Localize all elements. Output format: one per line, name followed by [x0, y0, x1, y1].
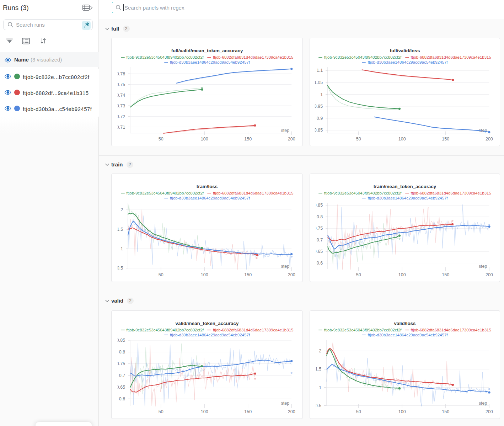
svg-text:step: step [479, 401, 487, 406]
svg-text:100: 100 [201, 409, 208, 414]
svg-text:1.1: 1.1 [317, 68, 323, 73]
svg-text:1: 1 [319, 385, 321, 390]
svg-text:100: 100 [398, 272, 406, 277]
svg-text:0.75: 0.75 [117, 361, 125, 366]
svg-text:200: 200 [288, 409, 295, 414]
svg-text:100: 100 [398, 137, 406, 142]
svg-text:2: 2 [120, 207, 123, 212]
svg-text:0.5: 0.5 [315, 403, 321, 408]
svg-text:0.9: 0.9 [317, 116, 323, 121]
svg-text:0.5: 0.5 [117, 266, 123, 271]
svg-text:step: step [281, 264, 290, 269]
svg-text:150: 150 [244, 137, 252, 142]
svg-text:150: 150 [244, 409, 252, 414]
svg-text:0.85: 0.85 [314, 128, 323, 133]
svg-text:50: 50 [159, 272, 163, 277]
svg-text:50: 50 [159, 409, 163, 414]
svg-text:0.8: 0.8 [317, 214, 323, 219]
svg-text:50: 50 [356, 137, 361, 142]
svg-text:0.72: 0.72 [117, 114, 125, 119]
svg-text:0.65: 0.65 [117, 385, 125, 390]
svg-text:0.71: 0.71 [117, 125, 125, 130]
svg-text:1.05: 1.05 [314, 80, 323, 85]
svg-text:step: step [281, 401, 290, 406]
svg-text:200: 200 [288, 137, 295, 142]
svg-text:1.5: 1.5 [117, 227, 123, 232]
svg-text:0.75: 0.75 [314, 226, 323, 231]
svg-text:200: 200 [486, 272, 493, 277]
svg-text:0.74: 0.74 [117, 93, 125, 98]
svg-text:200: 200 [486, 409, 493, 414]
svg-text:150: 150 [442, 272, 449, 277]
svg-text:1.5: 1.5 [315, 367, 321, 372]
svg-text:0.7: 0.7 [317, 238, 323, 243]
svg-text:0.75: 0.75 [117, 82, 125, 87]
svg-text:0.8: 0.8 [119, 350, 125, 355]
svg-text:200: 200 [288, 272, 295, 277]
svg-text:0.85: 0.85 [117, 338, 125, 343]
svg-text:200: 200 [486, 137, 493, 142]
svg-text:0.65: 0.65 [314, 249, 323, 254]
svg-text:0.73: 0.73 [117, 103, 125, 108]
svg-text:50: 50 [159, 137, 163, 142]
svg-text:step: step [479, 264, 487, 269]
svg-text:0.85: 0.85 [314, 203, 323, 208]
svg-text:0.7: 0.7 [119, 373, 125, 378]
svg-text:0.76: 0.76 [117, 71, 125, 76]
svg-text:0.6: 0.6 [119, 396, 125, 401]
svg-text:1: 1 [120, 246, 123, 251]
svg-text:step: step [281, 128, 290, 133]
svg-text:50: 50 [356, 409, 361, 414]
svg-text:50: 50 [356, 272, 361, 277]
svg-text:0.95: 0.95 [314, 104, 323, 109]
svg-text:150: 150 [442, 409, 449, 414]
svg-text:2: 2 [319, 348, 321, 353]
svg-text:100: 100 [201, 272, 208, 277]
svg-text:1: 1 [320, 92, 323, 97]
svg-text:100: 100 [398, 409, 406, 414]
svg-text:0.6: 0.6 [317, 261, 323, 266]
svg-text:100: 100 [201, 137, 208, 142]
svg-text:150: 150 [442, 137, 449, 142]
svg-text:150: 150 [244, 272, 252, 277]
